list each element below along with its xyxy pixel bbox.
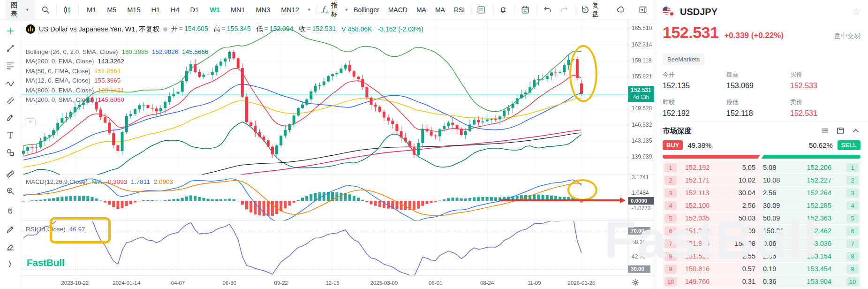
legend-row-ma-0[interactable]: MA(200, 0, EMA, Close)143.3262 <box>26 57 209 67</box>
legend-row-ma-1[interactable]: MA(50, 0, EMA, Close)151.8564 <box>26 66 209 76</box>
order-book-row[interactable]: 1152.1925.055.08152.2061 <box>663 161 860 174</box>
chart-settings-gear-icon[interactable] <box>631 278 640 289</box>
order-book-row[interactable]: 10149.7660.310.36153.90410 <box>663 275 860 288</box>
order-book-row[interactable]: 7151.936150.080.06153.0367 <box>663 237 860 250</box>
channel-icon[interactable] <box>5 95 16 106</box>
broker-tag[interactable]: BeeMarkets <box>663 53 704 65</box>
ask-level-badge: 9 <box>846 265 859 274</box>
timeframe-mn1[interactable]: MN1 <box>231 6 245 14</box>
measure-icon[interactable] <box>5 168 16 179</box>
ohlc-2: 低=152.094 <box>257 25 294 33</box>
bid-price: 151.949 <box>685 225 709 237</box>
replay-button[interactable]: 复盘 <box>581 1 604 18</box>
favorite-star-icon[interactable]: ☆ <box>852 6 860 17</box>
indicator-shortcut-macd-1[interactable]: MACD <box>388 6 408 14</box>
redo-icon[interactable] <box>559 4 570 16</box>
ask-price: 153.154 <box>798 250 831 262</box>
eraser-icon[interactable] <box>5 241 16 252</box>
magnet-icon[interactable] <box>5 206 16 218</box>
timeframe-more-chevron-icon[interactable]: ▼ <box>307 8 311 12</box>
economic-calendar-icon[interactable] <box>520 4 531 16</box>
shapes-icon[interactable] <box>5 147 16 158</box>
order-book-row[interactable]: 3152.11330.042.56152.2643 <box>663 187 860 199</box>
indicator-legend: Bollinger(26, 0, 2.0, SMA, Close)160.398… <box>26 47 209 105</box>
zoom-in-icon[interactable] <box>5 185 16 197</box>
buy-badge: BUY <box>663 140 683 150</box>
instrument-title[interactable]: US Dollar vs Japanese Yen, W1, 不复权 <box>39 25 159 34</box>
indicator-shortcut-list: BollingerMACDMAMARSI <box>354 6 465 14</box>
layout-template-icon[interactable] <box>476 4 487 16</box>
panel-collapse-icon[interactable] <box>5 259 16 270</box>
order-book-row[interactable]: 4152.1062.5630.09152.2854 <box>663 199 860 212</box>
legend-row-bollinger[interactable]: Bollinger(26, 0, 2.0, SMA, Close)160.398… <box>26 47 209 57</box>
legend-name: MA(12, 0, EMA, Close) <box>26 77 91 84</box>
bid-volume: 50.03 <box>718 212 755 224</box>
trend-line-icon[interactable] <box>5 43 16 54</box>
macd-legend[interactable]: MACD(12,26,9,Close)N/A-0.30931.78112.090… <box>26 178 173 185</box>
indicator-shortcut-ma-3[interactable]: MA <box>435 6 445 14</box>
order-book-row[interactable]: 8151.5162.552.05153.1548 <box>663 250 860 262</box>
order-book-row[interactable]: 9150.8160.570.19153.4549 <box>663 263 860 275</box>
undo-icon[interactable] <box>542 4 553 16</box>
brush-icon[interactable] <box>5 112 16 123</box>
quote-header: USDJPY ☆ <box>663 6 860 18</box>
search-icon[interactable] <box>40 4 51 16</box>
bid-volume: 5.05 <box>718 161 755 174</box>
timeframe-m5[interactable]: M5 <box>107 6 116 14</box>
crosshair-plus-icon[interactable] <box>5 25 16 37</box>
legend-row-ma-4[interactable]: MA(200, 0, SMA, Close)145.6060 <box>26 95 209 105</box>
edit-icon[interactable] <box>5 224 16 235</box>
sell-percent: 50.62% <box>809 141 833 149</box>
text-tool-icon[interactable] <box>5 129 16 141</box>
indicators-menu-button[interactable]: ƒ+ 指标 ▼ <box>322 1 348 18</box>
timeframe-m15[interactable]: M15 <box>127 6 140 14</box>
ask-volume: 0.19 <box>763 263 776 275</box>
order-book: 1152.1925.055.08152.20612152.17110.0210.… <box>663 161 860 288</box>
timeframe-w1[interactable]: W1 <box>210 6 220 14</box>
bid-price: 152.106 <box>685 199 709 212</box>
elliott-wave-icon[interactable] <box>5 77 16 89</box>
symbol-header: US Dollar vs Japanese Yen, W1, 不复权 开=154… <box>26 24 423 34</box>
cloud-sync-icon[interactable] <box>615 4 626 16</box>
legend-value: 152.9826 <box>152 48 178 55</box>
legend-collapse-button[interactable]: ^ <box>25 118 36 126</box>
indicator-shortcut-bollinger-0[interactable]: Bollinger <box>354 6 379 14</box>
stat-label: 今开 <box>663 70 726 79</box>
legend-row-ma-3[interactable]: MA(800, 0, EMA, Close)123.1421 <box>26 85 209 95</box>
order-book-row[interactable]: 2152.17110.0210.08152.2272 <box>663 174 860 186</box>
timeframe-d1[interactable]: D1 <box>190 6 199 14</box>
timeframe-h4[interactable]: H4 <box>171 6 180 14</box>
rsi-legend[interactable]: RSI(14,Close)46.97 <box>26 226 85 233</box>
timeframe-mn12[interactable]: MN12 <box>281 6 299 14</box>
stat-label: 最低 <box>726 98 790 106</box>
timeframe-m1[interactable]: M1 <box>87 6 96 14</box>
price-change: +0.339 (+0.22%) <box>724 31 784 40</box>
usdjpy-flag-icon <box>663 7 675 17</box>
depth-collapse-chevron-icon[interactable] <box>851 126 860 136</box>
bid-volume: 0.31 <box>718 275 755 288</box>
ohlc-0: 开=154.605 <box>171 25 208 33</box>
legend-row-ma-2[interactable]: MA(12, 0, EMA, Close)155.3665 <box>26 76 209 86</box>
ask-volume: 30.09 <box>763 199 780 212</box>
timeframe-h1[interactable]: H1 <box>151 6 160 14</box>
indicator-shortcut-rsi-4[interactable]: RSI <box>454 6 465 14</box>
stat-label: 买价 <box>790 70 860 79</box>
rsi-value: 46.97 <box>69 226 85 233</box>
collapse-panel-icon[interactable] <box>637 4 649 16</box>
chart-area: US Dollar vs Japanese Yen, W1, 不复权 开=154… <box>21 20 654 289</box>
stat-最高: 最高153.069 <box>726 70 790 90</box>
ask-volume: 150.01 <box>763 225 784 237</box>
indicator-shortcut-ma-2[interactable]: MA <box>416 6 426 14</box>
chart-menu-button[interactable]: 图表 ▼ <box>6 0 35 21</box>
divider <box>655 121 868 122</box>
fib-retracement-icon[interactable] <box>5 60 16 71</box>
depth-expand-icon[interactable] <box>836 126 845 136</box>
stat-value: 152.533 <box>790 82 860 90</box>
depth-list-icon[interactable] <box>820 126 830 136</box>
order-book-row[interactable]: 5152.03550.0350.09152.3635 <box>663 212 860 224</box>
alert-bell-icon[interactable] <box>498 4 509 16</box>
order-book-row[interactable]: 6151.9490.09150.01152.4626 <box>663 225 860 237</box>
bid-level-badge: 8 <box>664 252 677 261</box>
candlestick-style-icon[interactable] <box>62 4 73 16</box>
timeframe-mn3[interactable]: MN3 <box>256 6 271 14</box>
